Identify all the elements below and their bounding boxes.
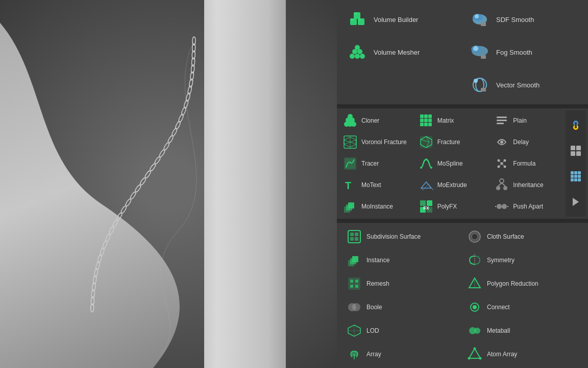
inheritance-item[interactable]: Inheritance	[491, 175, 566, 195]
formula-item[interactable]: Formula	[491, 153, 566, 174]
symmetry-icon	[467, 252, 483, 268]
connect-item[interactable]: Connect	[463, 296, 582, 318]
boole-icon	[346, 299, 362, 315]
atom-array-icon	[467, 346, 483, 362]
cloth-surface-label: Cloth Surface	[487, 233, 524, 240]
instance-icon	[346, 252, 362, 268]
array-item[interactable]: Array	[343, 343, 461, 365]
lod-item[interactable]: LOD	[343, 320, 461, 341]
polyfx-item[interactable]: FX PolyFX	[415, 196, 490, 217]
svg-rect-104	[350, 233, 354, 236]
tracer-icon	[342, 155, 358, 172]
cloth-surface-item[interactable]: Cloth Surface	[463, 226, 582, 247]
boole-label: Boole	[366, 304, 382, 311]
fracture-item[interactable]: Fracture	[415, 132, 490, 152]
inheritance-icon	[494, 177, 510, 193]
remesh-label: Remesh	[366, 280, 389, 287]
viewport-3d[interactable]	[0, 0, 337, 368]
symmetry-item[interactable]: Symmetry	[463, 249, 582, 271]
svg-line-72	[498, 183, 502, 186]
python-icon[interactable]	[567, 116, 585, 134]
sdf-smooth-icon	[468, 7, 492, 32]
sdf-smooth-item[interactable]: SDF Smooth	[463, 4, 584, 35]
voronoi-fracture-label: Voronoi Fracture	[361, 139, 407, 146]
delay-label: Delay	[513, 139, 529, 146]
svg-point-15	[355, 45, 360, 50]
fog-smooth-item[interactable]: Fog Smooth	[463, 37, 584, 67]
polyfx-icon: FX	[418, 198, 434, 215]
svg-rect-96	[571, 175, 574, 178]
remesh-item[interactable]: Remesh	[343, 273, 461, 294]
svg-rect-5	[354, 13, 357, 14]
svg-rect-107	[355, 237, 358, 241]
multi-icon[interactable]	[567, 142, 585, 160]
svg-rect-9	[481, 22, 486, 26]
svg-rect-39	[497, 117, 507, 118]
svg-rect-100	[574, 178, 577, 181]
voronoi-fracture-item[interactable]: Voronoi Fracture	[339, 132, 414, 152]
svg-text:FX: FX	[423, 205, 429, 211]
arrow-right-icon[interactable]	[567, 193, 585, 211]
svg-point-22	[474, 79, 478, 83]
svg-rect-3	[351, 19, 353, 20]
svg-point-8	[475, 14, 479, 18]
svg-rect-93	[571, 171, 574, 174]
moextrude-item[interactable]: MoExtrude	[415, 175, 490, 195]
svg-rect-37	[424, 123, 428, 126]
svg-rect-94	[574, 171, 577, 174]
atom-array-item[interactable]: Atom Array	[463, 343, 582, 365]
voronoi-icon	[342, 134, 358, 150]
svg-point-69	[500, 179, 504, 183]
svg-rect-91	[571, 151, 575, 156]
svg-point-124	[473, 305, 477, 309]
svg-point-18	[473, 46, 478, 51]
plain-item[interactable]: Plain	[491, 110, 566, 131]
generator-grid: Subdivision Surface Cloth Surface	[343, 226, 582, 365]
svg-point-133	[468, 357, 471, 360]
volume-builder-label: Volume Builder	[374, 16, 418, 24]
volume-builder-item[interactable]: Volume Builder	[341, 4, 461, 35]
svg-point-132	[479, 357, 482, 360]
grid-icon[interactable]	[567, 167, 585, 186]
delay-item[interactable]: Delay	[491, 132, 566, 152]
matrix-item[interactable]: Matrix	[415, 110, 490, 131]
svg-rect-90	[576, 146, 581, 150]
svg-rect-31	[424, 114, 428, 118]
motext-item[interactable]: T MoText	[339, 175, 414, 195]
subdivision-surface-icon	[346, 228, 362, 245]
metaball-item[interactable]: Metaball	[463, 320, 582, 341]
svg-rect-114	[348, 278, 360, 290]
svg-rect-92	[576, 151, 581, 156]
cloner-item[interactable]: Cloner	[339, 110, 414, 131]
svg-point-55	[420, 167, 422, 169]
mospline-item[interactable]: MoSpline	[415, 153, 490, 174]
svg-marker-130	[469, 349, 480, 358]
inheritance-label: Inheritance	[513, 181, 543, 189]
instance-item[interactable]: Instance	[343, 249, 461, 271]
vector-smooth-label: Vector Smooth	[496, 81, 540, 89]
tracer-item[interactable]: Tracer	[339, 153, 414, 174]
formula-icon	[494, 155, 510, 172]
viewport-canvas	[0, 0, 337, 368]
subdivision-surface-item[interactable]: Subdivision Surface	[343, 226, 461, 247]
svg-point-122	[352, 303, 360, 311]
svg-rect-99	[571, 178, 574, 181]
push-apart-item[interactable]: Push Apart	[491, 196, 566, 217]
moinstance-item[interactable]: MoInstance	[339, 196, 414, 217]
svg-point-12	[360, 54, 365, 59]
boole-item[interactable]: Boole	[343, 296, 461, 318]
moextrude-label: MoExtrude	[437, 181, 467, 189]
vector-smooth-item[interactable]: Vector Smooth	[463, 70, 584, 100]
polygon-reduction-item[interactable]: Polygon Reduction	[463, 273, 582, 294]
motext-icon: T	[342, 177, 358, 193]
connect-icon	[467, 299, 483, 315]
svg-rect-23	[481, 88, 486, 91]
svg-rect-76	[348, 202, 354, 209]
svg-rect-4	[358, 19, 361, 20]
moextrude-icon	[418, 177, 434, 193]
svg-line-73	[502, 183, 505, 186]
lod-icon	[346, 323, 362, 339]
volume-mesher-icon	[345, 40, 370, 64]
atom-array-label: Atom Array	[487, 351, 517, 358]
volume-mesher-item[interactable]: Volume Mesher	[341, 37, 461, 67]
